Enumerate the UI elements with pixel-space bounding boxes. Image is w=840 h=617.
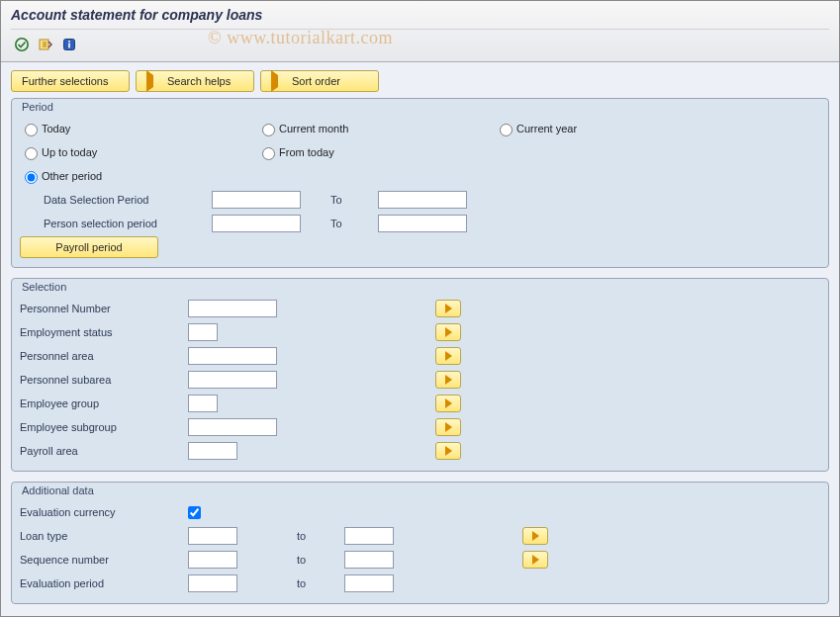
search-helps-button[interactable]: Search helps (136, 70, 254, 92)
radio-label: Current year (516, 123, 577, 134)
field-label: Employee group (20, 397, 188, 409)
evaluation-period-from[interactable] (188, 574, 237, 592)
radio-today[interactable]: Today (20, 121, 218, 136)
radio-input[interactable] (262, 147, 275, 160)
payroll-area-input[interactable] (188, 442, 237, 460)
evaluation-period-to[interactable] (344, 574, 394, 592)
period-group: Period Today Current month Current year … (11, 98, 829, 268)
radio-label: Today (42, 123, 70, 134)
multi-select-button[interactable] (435, 418, 461, 436)
multi-select-button[interactable] (435, 300, 461, 317)
svg-point-0 (16, 39, 28, 50)
arrow-right-icon (445, 327, 452, 337)
evaluation-currency-checkbox[interactable] (188, 506, 201, 519)
field-label: Employee subgroup (20, 421, 188, 433)
radio-input[interactable] (500, 124, 513, 136)
person-selection-to[interactable] (378, 215, 467, 232)
sequence-number-to[interactable] (344, 551, 394, 569)
field-label: Person selection period (44, 218, 212, 229)
radio-current-year[interactable]: Current year (495, 121, 577, 136)
radio-input[interactable] (25, 147, 38, 160)
payroll-period-button[interactable]: Payroll period (20, 236, 158, 258)
app-toolbar (11, 29, 829, 59)
person-selection-from[interactable] (212, 215, 301, 232)
employment-status-input[interactable] (188, 323, 218, 341)
personnel-subarea-input[interactable] (188, 371, 277, 389)
loan-type-to[interactable] (344, 527, 394, 545)
arrow-right-icon (146, 75, 153, 87)
data-selection-to[interactable] (378, 191, 467, 209)
multi-select-button[interactable] (435, 371, 461, 389)
button-label: Further selections (22, 75, 108, 87)
button-label: Payroll period (55, 241, 122, 253)
arrow-right-icon (532, 555, 539, 565)
multi-select-button[interactable] (435, 442, 461, 460)
selection-group: Selection Personnel Number Employment st… (11, 278, 829, 472)
to-label: to (297, 530, 336, 542)
arrow-right-icon (445, 398, 452, 408)
radio-label: Up to today (42, 146, 97, 158)
group-title: Additional data (22, 485, 820, 496)
multi-select-button[interactable] (522, 527, 548, 545)
employee-group-input[interactable] (188, 395, 218, 412)
execute-icon[interactable] (13, 36, 31, 53)
field-label: Personnel area (20, 350, 188, 362)
arrow-right-icon (445, 422, 452, 432)
information-icon[interactable] (60, 36, 78, 53)
arrow-right-icon (271, 75, 278, 87)
arrow-right-icon (532, 531, 539, 541)
group-title: Selection (22, 281, 820, 293)
field-label: Evaluation period (20, 577, 188, 589)
field-label: Personnel Number (20, 303, 188, 314)
field-label: Personnel subarea (20, 374, 188, 386)
to-label: to (297, 554, 336, 566)
personnel-area-input[interactable] (188, 347, 277, 365)
content-area: Further selections Search helps Sort ord… (1, 62, 839, 617)
to-label: To (330, 194, 370, 206)
additional-data-group: Additional data Evaluation currency Loan… (11, 482, 829, 604)
sequence-number-from[interactable] (188, 551, 237, 569)
employee-subgroup-input[interactable] (188, 418, 277, 436)
further-selections-button[interactable]: Further selections (11, 70, 130, 92)
radio-up-to-today[interactable]: Up to today (20, 144, 218, 160)
radio-input[interactable] (25, 171, 38, 184)
loan-type-from[interactable] (188, 527, 237, 545)
radio-other-period[interactable]: Other period (20, 168, 102, 184)
radio-label: Current month (279, 123, 348, 134)
group-title: Period (22, 101, 820, 113)
button-label: Sort order (292, 75, 340, 87)
radio-input[interactable] (262, 124, 275, 136)
arrow-right-icon (445, 304, 452, 313)
selection-buttons-row: Further selections Search helps Sort ord… (11, 70, 829, 92)
arrow-right-icon (445, 446, 452, 456)
radio-from-today[interactable]: From today (257, 144, 334, 160)
arrow-right-icon (445, 351, 452, 361)
multi-select-button[interactable] (522, 551, 548, 569)
sort-order-button[interactable]: Sort order (260, 70, 379, 92)
to-label: To (330, 218, 370, 229)
field-label: Payroll area (20, 445, 188, 457)
radio-label: From today (279, 146, 334, 158)
multi-select-button[interactable] (435, 395, 461, 412)
svg-rect-3 (68, 41, 70, 43)
radio-input[interactable] (25, 124, 38, 136)
button-label: Search helps (167, 75, 231, 87)
radio-label: Other period (42, 170, 102, 182)
page-title: Account statement for company loans (11, 5, 829, 29)
multi-select-button[interactable] (435, 323, 461, 341)
personnel-number-input[interactable] (188, 300, 277, 317)
field-label: Employment status (20, 326, 188, 338)
get-variant-icon[interactable] (37, 36, 54, 53)
arrow-right-icon (445, 375, 452, 385)
field-label: Data Selection Period (44, 194, 212, 206)
field-label: Evaluation currency (20, 506, 188, 518)
field-label: Sequence number (20, 554, 188, 566)
multi-select-button[interactable] (435, 347, 461, 365)
field-label: Loan type (20, 530, 188, 542)
radio-current-month[interactable]: Current month (257, 121, 455, 136)
to-label: to (297, 577, 336, 589)
svg-rect-4 (68, 44, 70, 48)
data-selection-from[interactable] (212, 191, 301, 209)
